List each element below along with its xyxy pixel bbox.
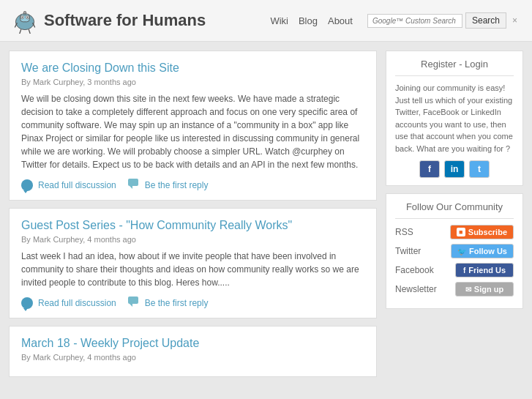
rss-icon: ■	[457, 228, 465, 236]
post-author: Mark Curphey	[33, 235, 83, 244]
facebook-login-btn[interactable]: f	[419, 160, 440, 178]
register-login-title: Register - Login	[395, 59, 514, 70]
facebook-friend-btn[interactable]: f Friend Us	[455, 263, 514, 277]
svg-line-10	[20, 30, 21, 34]
facebook-icon: f	[463, 266, 465, 275]
be-first-reply-link[interactable]: Be the first reply	[128, 297, 209, 309]
newsletter-signup-btn[interactable]: ✉ Sign up	[455, 282, 514, 297]
main-nav: Wiki Blog About	[270, 15, 353, 26]
post-meta: By Mark Curphey, 3 months ago	[21, 78, 364, 86]
header: Software for Humans Wiki Blog About Sear…	[0, 0, 532, 42]
post-title[interactable]: Guest Post Series - "How Community Reall…	[21, 219, 364, 232]
follow-label-rss: RSS	[395, 227, 446, 237]
follow-row-facebook: Facebook f Friend Us	[395, 263, 514, 277]
main-layout: We are Closing Down this Site By Mark Cu…	[0, 42, 532, 393]
follow-community-title: Follow Our Community	[395, 201, 514, 212]
logo-area: Software for Humans	[12, 7, 255, 34]
twitter-follow-btn[interactable]: 🐦 Follow Us	[451, 244, 514, 258]
register-login-box: Register - Login Joining our community i…	[386, 51, 523, 186]
search-button[interactable]: Search	[465, 12, 506, 29]
nav-wiki[interactable]: Wiki	[270, 15, 288, 26]
twitter-icon: 🐦	[457, 247, 466, 256]
logo-icon	[12, 7, 38, 34]
reply-icon	[128, 297, 140, 309]
post-meta: By Mark Curphey, 4 months ago	[21, 235, 364, 244]
post-card: March 18 - Weekly Project Update By Mark…	[9, 326, 377, 377]
follow-label-newsletter: Newsletter	[395, 284, 446, 294]
post-author: Mark Curphey	[33, 353, 83, 362]
sidebar: Register - Login Joining our community i…	[386, 51, 523, 384]
follow-row-newsletter: Newsletter ✉ Sign up	[395, 282, 514, 297]
follow-label-twitter: Twitter	[395, 246, 446, 256]
post-card: We are Closing Down this Site By Mark Cu…	[9, 51, 377, 201]
post-actions: Read full discussion Be the first reply	[21, 297, 364, 309]
social-icons-row: f in t	[395, 160, 514, 178]
close-icon[interactable]: ×	[509, 14, 520, 27]
register-login-text: Joining our community is easy! Just tell…	[395, 82, 514, 154]
post-time: 4 months ago	[87, 353, 136, 362]
search-area: Search ×	[367, 12, 520, 29]
reply-icon	[128, 179, 140, 191]
newsletter-icon: ✉	[465, 286, 471, 294]
be-first-reply-link[interactable]: Be the first reply	[128, 179, 209, 191]
twitter-login-btn[interactable]: t	[469, 160, 490, 178]
post-card: Guest Post Series - "How Community Reall…	[9, 208, 377, 318]
rss-subscribe-btn[interactable]: ■ Subscribe	[450, 225, 514, 239]
post-time: 3 months ago	[87, 78, 136, 86]
svg-rect-12	[128, 179, 138, 186]
follow-label-facebook: Facebook	[395, 265, 446, 275]
svg-marker-15	[130, 304, 132, 307]
post-time: 4 months ago	[87, 235, 136, 244]
nav-blog[interactable]: Blog	[299, 15, 318, 26]
content-area: We are Closing Down this Site By Mark Cu…	[9, 51, 377, 384]
read-full-link[interactable]: Read full discussion	[21, 297, 116, 309]
discussion-icon	[21, 179, 33, 191]
divider	[395, 218, 514, 219]
nav-about[interactable]: About	[328, 15, 353, 26]
svg-point-5	[27, 17, 29, 18]
svg-point-4	[22, 17, 23, 18]
linkedin-login-btn[interactable]: in	[444, 160, 465, 178]
follow-row-twitter: Twitter 🐦 Follow Us	[395, 244, 514, 258]
svg-point-7	[23, 11, 26, 14]
post-body: Last week I had an idea, how about if we…	[21, 250, 364, 289]
site-title: Software for Humans	[44, 11, 206, 30]
post-actions: Read full discussion Be the first reply	[21, 179, 364, 191]
read-full-link[interactable]: Read full discussion	[21, 179, 116, 191]
svg-marker-13	[130, 186, 132, 189]
post-meta: By Mark Curphey, 4 months ago	[21, 353, 364, 362]
svg-line-11	[29, 30, 30, 34]
post-author: Mark Curphey	[33, 78, 83, 86]
divider	[395, 75, 514, 76]
discussion-icon	[21, 297, 33, 309]
svg-rect-14	[128, 297, 138, 304]
post-title[interactable]: We are Closing Down this Site	[21, 61, 364, 75]
search-input[interactable]	[367, 14, 462, 28]
follow-row-rss: RSS ■ Subscribe	[395, 225, 514, 239]
post-title[interactable]: March 18 - Weekly Project Update	[21, 337, 364, 350]
post-body: We will be closing down this site in the…	[21, 92, 364, 171]
follow-community-box: Follow Our Community RSS ■ Subscribe Twi…	[386, 193, 523, 309]
